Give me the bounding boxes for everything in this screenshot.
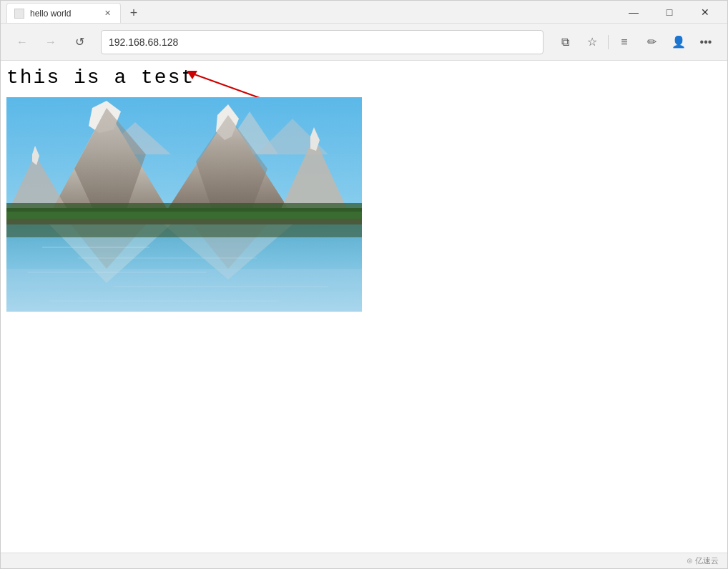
mountain-image	[6, 97, 362, 312]
forward-button[interactable]: →	[38, 29, 64, 55]
menu-button[interactable]: ≡	[611, 29, 637, 55]
new-tab-button[interactable]: +	[124, 3, 144, 23]
tab-favicon-icon	[14, 9, 24, 19]
status-bar: ⊙ 亿速云	[1, 553, 727, 568]
page-heading: this is a test	[6, 66, 722, 89]
close-button[interactable]: ✕	[689, 1, 722, 24]
mountain-landscape-svg	[6, 97, 362, 312]
tab-title: hello world	[30, 9, 96, 19]
navigation-bar: ← → ↺ 192.168.68.128 ⧉ ☆ ≡ ✏ 👤 •••	[1, 24, 727, 61]
bookmark-button[interactable]: ☆	[579, 29, 605, 55]
browser-window: hello world ✕ + — □ ✕ ← → ↺ 192.168.68.1…	[0, 0, 728, 569]
svg-rect-18	[6, 219, 362, 224]
tab-close-button[interactable]: ✕	[102, 8, 113, 19]
svg-rect-24	[6, 224, 362, 237]
back-button[interactable]: ←	[9, 29, 35, 55]
svg-rect-17	[6, 203, 362, 212]
window-controls: — □ ✕	[617, 1, 722, 24]
toolbar-divider	[608, 35, 609, 49]
minimize-button[interactable]: —	[617, 1, 650, 24]
maximize-button[interactable]: □	[653, 1, 686, 24]
edit-button[interactable]: ✏	[639, 29, 664, 55]
address-bar[interactable]: 192.168.68.128	[101, 30, 543, 54]
svg-rect-30	[6, 269, 362, 312]
page-content: this is a test 盗链网站地址	[1, 61, 727, 553]
browser-tab[interactable]: hello world ✕	[6, 3, 121, 23]
address-text: 192.168.68.128	[109, 36, 536, 48]
title-bar: hello world ✕ + — □ ✕	[1, 1, 727, 24]
split-view-button[interactable]: ⧉	[552, 29, 578, 55]
profile-button[interactable]: 👤	[666, 29, 692, 55]
watermark-text: ⊙ 亿速云	[687, 555, 719, 566]
reload-button[interactable]: ↺	[67, 29, 92, 55]
watermark: ⊙ 亿速云	[687, 555, 719, 566]
tab-area: hello world ✕ +	[6, 1, 617, 23]
toolbar-icons: ⧉ ☆ ≡ ✏ 👤 •••	[552, 29, 719, 55]
more-button[interactable]: •••	[693, 29, 719, 55]
